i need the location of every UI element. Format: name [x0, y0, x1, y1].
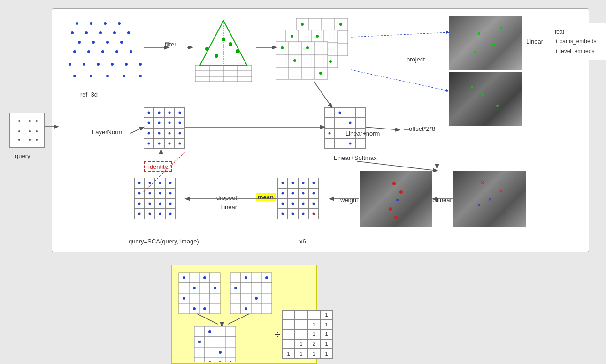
svg-line-62: [357, 161, 437, 171]
svg-rect-122: [215, 337, 225, 347]
svg-point-109: [265, 276, 268, 279]
query-box: [9, 113, 45, 148]
svg-point-10: [236, 49, 239, 53]
svg-text:×: ×: [502, 210, 506, 217]
svg-text:×: ×: [445, 29, 449, 36]
svg-rect-128: [194, 357, 205, 362]
svg-point-9: [222, 38, 225, 41]
svg-rect-119: [225, 326, 236, 337]
svg-point-33: [329, 60, 332, 63]
svg-rect-78: [189, 293, 199, 303]
svg-point-43: [319, 72, 322, 75]
svg-rect-124: [194, 347, 205, 357]
svg-line-114: [228, 314, 249, 324]
feat-box: feat + cams_embeds + level_embeds: [550, 23, 606, 60]
svg-rect-123: [225, 337, 236, 347]
svg-point-42: [306, 46, 309, 49]
svg-point-11: [215, 54, 218, 58]
svg-rect-81: [179, 303, 189, 314]
bilinear-label: bilinear: [432, 197, 452, 204]
svg-point-132: [208, 330, 211, 333]
cam-mid-right: × × × × ×: [453, 171, 526, 227]
query-arrow: [45, 122, 59, 131]
svg-rect-72: [210, 273, 220, 283]
identity-box: identity: [144, 161, 172, 172]
cam-image-bot: [449, 72, 522, 126]
svg-rect-131: [225, 357, 236, 362]
svg-rect-104: [230, 303, 241, 314]
x6-label: x6: [299, 238, 306, 245]
svg-text:×: ×: [499, 187, 503, 195]
number-matrix: 1 1 1 1 1 1 2 1 1 1 1 1: [282, 310, 333, 359]
svg-rect-103: [261, 293, 272, 303]
grid-array-2: [324, 107, 366, 149]
svg-rect-97: [241, 283, 251, 293]
svg-text:×: ×: [477, 201, 481, 209]
svg-point-89: [183, 297, 185, 300]
diagram-box: ref_3d filter: [52, 8, 589, 252]
frustum-area: [191, 18, 256, 84]
svg-point-41: [293, 59, 296, 62]
cam-mid-left: [360, 171, 432, 227]
svg-point-30: [291, 35, 293, 38]
svg-rect-100: [230, 293, 241, 303]
svg-rect-70: [189, 273, 199, 283]
svg-rect-99: [261, 283, 272, 293]
layernorm-label: LayerNorm: [92, 129, 122, 136]
svg-rect-106: [251, 303, 261, 314]
svg-rect-101: [241, 293, 251, 303]
linear-right-label: Linear: [526, 38, 543, 45]
svg-point-87: [193, 287, 196, 289]
svg-rect-92: [230, 273, 241, 283]
svg-line-113: [197, 314, 218, 324]
svg-point-90: [203, 307, 206, 310]
filter-label: filter: [165, 41, 176, 48]
svg-point-111: [255, 297, 258, 300]
svg-rect-125: [205, 347, 215, 357]
svg-rect-73: [179, 283, 189, 293]
cam-image-top: [449, 16, 522, 70]
linear-bottom-label: Linear: [220, 204, 237, 211]
linear-softmax-label: Linear+Softmax: [334, 154, 376, 161]
svg-point-134: [219, 351, 222, 354]
project-label: project: [407, 56, 425, 63]
svg-rect-75: [199, 283, 210, 293]
weight-label: weight: [340, 197, 358, 204]
grid-array-1: [144, 107, 185, 149]
feat-line2: + cams_embeds: [555, 37, 606, 46]
svg-line-53: [351, 32, 449, 37]
svg-rect-107: [261, 303, 272, 314]
query-sca-label: query=SCA(query, image): [129, 238, 199, 245]
ref3d-area: [66, 18, 151, 89]
svg-rect-80: [210, 293, 220, 303]
svg-rect-127: [225, 347, 236, 357]
query-label: query: [15, 152, 31, 159]
svg-point-12: [229, 42, 232, 46]
main-container: ref_3d filter: [5, 5, 601, 359]
svg-line-57: [130, 127, 144, 133]
svg-rect-118: [215, 326, 225, 337]
svg-rect-129: [205, 357, 215, 362]
svg-rect-121: [205, 337, 215, 347]
svg-line-54: [351, 70, 449, 91]
svg-point-19: [301, 23, 304, 26]
svg-point-8: [205, 47, 209, 51]
svg-rect-94: [251, 273, 261, 283]
mean-badge: mean: [256, 193, 276, 201]
linear-norm-label: Linear+norm: [345, 130, 380, 137]
svg-point-88: [214, 287, 216, 289]
svg-point-112: [245, 307, 247, 310]
svg-text:×: ×: [445, 88, 449, 94]
svg-point-91: [193, 307, 196, 310]
svg-rect-98: [251, 283, 261, 293]
svg-rect-116: [194, 326, 205, 337]
svg-point-40: [281, 46, 284, 49]
svg-point-86: [203, 276, 206, 279]
feat-line3: + level_embeds: [555, 46, 606, 56]
svg-point-133: [198, 341, 201, 343]
grid-array-4: [277, 178, 319, 219]
svg-rect-84: [210, 303, 220, 314]
svg-point-108: [245, 276, 247, 279]
svg-point-32: [316, 35, 319, 38]
svg-text:×: ×: [488, 196, 491, 203]
